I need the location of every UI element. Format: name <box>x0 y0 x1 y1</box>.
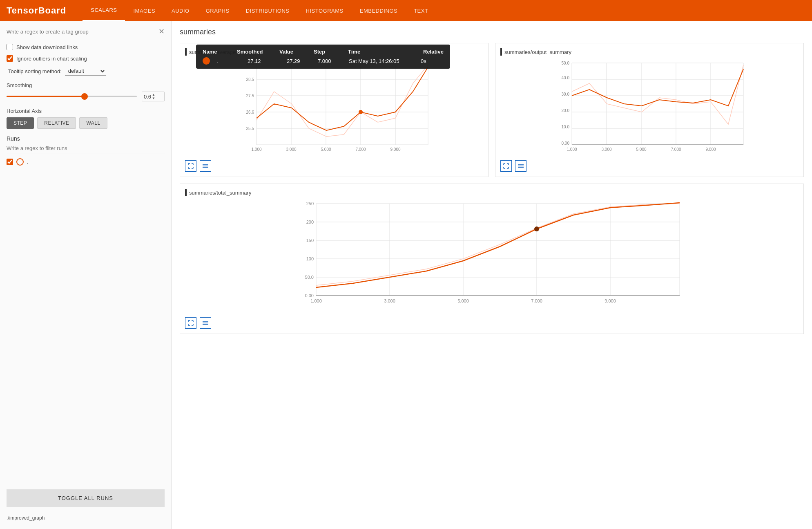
nav-item-histograms[interactable]: HISTOGRAMS <box>298 0 352 21</box>
tooltip-val-value: 27.29 <box>287 58 311 64</box>
chart-container-1[interactable]: 29.5 28.5 27.5 26.6 25.5 1.000 3.000 5.0… <box>185 59 483 157</box>
ignore-outliers-checkbox-row[interactable]: Ignore outliers in chart scaling <box>7 55 165 62</box>
smoothing-slider-track[interactable] <box>7 96 137 97</box>
charts-grid: summaries/average_summary <box>180 43 804 334</box>
show-download-checkbox-row[interactable]: Show data download links <box>7 44 165 50</box>
svg-text:3.000: 3.000 <box>601 147 611 152</box>
smoothing-section: Smoothing 0.6 ▲▼ <box>7 82 165 101</box>
chart-svg-1: 29.5 28.5 27.5 26.6 25.5 1.000 3.000 5.0… <box>185 59 483 157</box>
smoothing-spinner[interactable]: ▲▼ <box>152 93 155 100</box>
svg-text:50.0: 50.0 <box>562 61 570 65</box>
main-layout: ✕ Show data download links Ignore outlie… <box>0 21 812 529</box>
run-checkbox-dot[interactable] <box>7 159 13 165</box>
svg-text:100: 100 <box>306 256 314 261</box>
chart-card-total-summary: summaries/total_summary <box>180 184 804 334</box>
tooltip-col-relative: Relative <box>423 49 444 55</box>
close-icon[interactable]: ✕ <box>158 28 165 35</box>
svg-text:26.6: 26.6 <box>246 110 254 114</box>
show-download-checkbox[interactable] <box>7 44 13 50</box>
logo-tensor: Tensor <box>7 5 38 16</box>
expand-icon-2[interactable] <box>500 160 512 172</box>
svg-text:27.5: 27.5 <box>246 94 254 98</box>
footer-path: ./improved_graph <box>7 513 165 522</box>
chart-card-output-summary: summaries/output_summary <box>495 43 804 177</box>
tooltip-col-value: Value <box>279 49 304 55</box>
nav-item-scalars[interactable]: SCALARS <box>83 0 125 21</box>
sidebar: ✕ Show data download links Ignore outlie… <box>0 21 172 529</box>
expand-icon-3[interactable] <box>185 317 196 329</box>
svg-text:25.5: 25.5 <box>246 126 254 131</box>
axis-relative-button[interactable]: RELATIVE <box>37 117 76 129</box>
chart-container-2[interactable]: 50.0 40.0 30.0 20.0 10.0 0.00 1.000 3.00… <box>500 59 799 157</box>
svg-text:50.0: 50.0 <box>305 275 314 280</box>
svg-point-22 <box>359 110 363 114</box>
show-download-label: Show data download links <box>16 44 78 50</box>
svg-text:10.0: 10.0 <box>562 125 570 129</box>
axis-wall-button[interactable]: WALL <box>79 117 107 129</box>
tooltip-val-time: Sat May 13, 14:26:05 <box>349 58 414 64</box>
axis-title: Horizontal Axis <box>7 108 165 114</box>
options-section: Show data download links Ignore outliers… <box>7 44 165 76</box>
tooltip-val-smoothed: 27.12 <box>248 58 280 64</box>
nav-item-images[interactable]: IMAGES <box>125 0 163 21</box>
expand-icon-1[interactable] <box>185 160 196 172</box>
menu-icon-1[interactable] <box>200 160 211 172</box>
svg-text:9.000: 9.000 <box>390 147 400 152</box>
tooltip-val-name: . <box>216 58 241 64</box>
regex-row: ✕ <box>7 28 165 37</box>
svg-text:7.000: 7.000 <box>671 147 681 152</box>
chart-tooltip: Name Smoothed Value Step Time Relative .… <box>196 45 450 69</box>
tag-regex-input[interactable] <box>7 29 158 35</box>
axis-step-button[interactable]: STEP <box>7 117 34 129</box>
svg-text:0.00: 0.00 <box>305 293 314 298</box>
svg-text:7.000: 7.000 <box>355 147 366 152</box>
smoothing-title: Smoothing <box>7 82 165 88</box>
top-nav: TensorBoard SCALARSIMAGESAUDIOGRAPHSDIST… <box>0 0 812 21</box>
smoothing-value-box: 0.6 ▲▼ <box>142 92 165 101</box>
chart-title-bar-1 <box>185 48 187 56</box>
nav-item-embeddings[interactable]: EMBEDDINGS <box>352 0 406 21</box>
nav-item-graphs[interactable]: GRAPHS <box>198 0 238 21</box>
tooltip-col-step: Step <box>314 49 338 55</box>
chart-title-text-2: summaries/output_summary <box>504 49 571 55</box>
svg-text:28.5: 28.5 <box>246 77 254 82</box>
svg-text:9.000: 9.000 <box>705 147 716 152</box>
svg-text:30.0: 30.0 <box>562 92 570 96</box>
nav-item-distributions[interactable]: DISTRIBUTIONS <box>238 0 298 21</box>
slider-row: 0.6 ▲▼ <box>7 92 165 101</box>
chart-title-bar-2 <box>500 48 502 56</box>
menu-icon-3[interactable] <box>200 317 211 329</box>
chart-title-row-2: summaries/output_summary <box>500 48 799 56</box>
chart-title-text-3: summaries/total_summary <box>189 190 251 196</box>
chart-footer-3 <box>185 317 799 329</box>
smoothing-slider-thumb[interactable] <box>81 93 88 100</box>
svg-text:200: 200 <box>306 220 314 224</box>
tooltip-header: Name Smoothed Value Step Time Relative <box>203 49 444 55</box>
logo-board: Board <box>38 5 67 16</box>
toggle-all-runs-button[interactable]: TOGGLE ALL RUNS <box>7 489 165 507</box>
svg-text:1.000: 1.000 <box>310 298 322 303</box>
content-title: summaries <box>180 28 804 36</box>
nav-item-audio[interactable]: AUDIO <box>163 0 198 21</box>
tooltip-val-step: 7.000 <box>318 58 342 64</box>
app-logo: TensorBoard <box>7 5 66 16</box>
svg-text:20.0: 20.0 <box>562 108 570 113</box>
chart-container-3[interactable]: 250 200 150 100 50.0 0.00 1.000 3.000 5.… <box>185 199 799 314</box>
chart-svg-3: 250 200 150 100 50.0 0.00 1.000 3.000 5.… <box>185 199 799 314</box>
svg-text:7.000: 7.000 <box>531 298 542 303</box>
runs-filter-input[interactable] <box>7 145 165 153</box>
chart-footer-1 <box>185 160 483 172</box>
menu-icon-2[interactable] <box>515 160 526 172</box>
run-color-dot <box>16 158 24 166</box>
ignore-outliers-checkbox[interactable] <box>7 55 13 62</box>
svg-text:0.00: 0.00 <box>562 141 570 146</box>
tooltip-series-dot <box>203 57 210 65</box>
svg-text:5.000: 5.000 <box>321 147 331 152</box>
chart-footer-2 <box>500 160 799 172</box>
tooltip-method-label: Tooltip sorting method: <box>8 68 62 74</box>
svg-text:9.000: 9.000 <box>605 298 616 303</box>
tooltip-method-select[interactable]: default descending ascending nearest <box>65 67 106 76</box>
svg-text:3.000: 3.000 <box>384 298 395 303</box>
nav-item-text[interactable]: TEXT <box>406 0 436 21</box>
axis-buttons: STEP RELATIVE WALL <box>7 117 165 129</box>
